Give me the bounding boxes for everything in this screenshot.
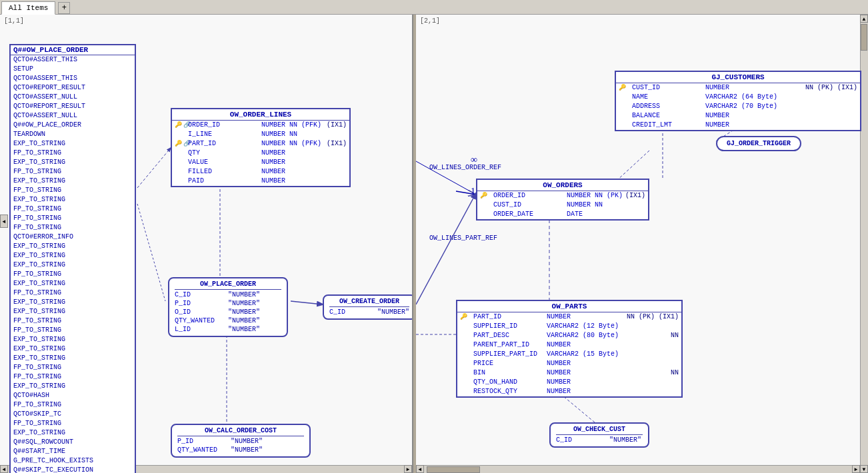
col-type: VARCHAR2 (80 Byte): [547, 331, 671, 340]
right-scroll-h-thumb[interactable]: [427, 466, 480, 473]
param-type: "NUMBER": [228, 316, 260, 325]
proc-list-item: FP_TO_STRING: [11, 223, 135, 233]
key-icon: 🔑: [175, 139, 182, 149]
col-name: CUST_ID: [632, 83, 705, 93]
col-name: PARENT_PART_ID: [473, 340, 547, 350]
col-name: VALUE: [188, 158, 261, 167]
tab-add-button[interactable]: +: [58, 2, 70, 14]
col-flags: NN (PK) (IX1): [805, 83, 857, 93]
global-scroll-down[interactable]: ▼: [860, 465, 868, 473]
proc-list-item: EXP_TO_STRING: [11, 298, 135, 307]
global-scroll-thumb[interactable]: [861, 24, 867, 51]
proc-param-row: QTY_WANTED"NUMBER": [175, 316, 281, 325]
proc-list-item: QCTO#ASSERT_NULL: [11, 111, 135, 121]
col-type: VARCHAR2 (64 Byte): [705, 93, 857, 102]
proc-list-item: EXP_TO_STRING: [11, 242, 135, 251]
col-icon: [460, 331, 473, 340]
table-row: BINNUMBERNN: [457, 368, 681, 378]
col-name: CUST_ID: [493, 201, 567, 210]
col-name: PRICE: [473, 359, 547, 368]
param-name: L_ID: [175, 325, 228, 334]
proc-param-row: O_ID"NUMBER": [175, 308, 281, 316]
right-scrollbar-h[interactable]: ◄ ►: [416, 465, 868, 473]
ow-order-lines-header: OW_ORDER_LINES: [172, 109, 349, 121]
vertical-resizer[interactable]: [413, 15, 416, 473]
col-type: VARCHAR2 (70 Byte): [705, 102, 857, 111]
proc-list-item: SETUP: [11, 65, 135, 74]
col-icon: [460, 350, 473, 359]
proc-list-item: EXP_TO_STRING: [11, 354, 135, 363]
col-type: VARCHAR2 (12 Byte): [547, 322, 679, 331]
right-scroll-right[interactable]: ►: [852, 465, 860, 473]
right-scroll-left[interactable]: ◄: [416, 465, 424, 473]
col-icon: [460, 340, 473, 350]
svg-text:1: 1: [471, 187, 475, 197]
proc-list-item: QCTO#ERROR_INFO: [11, 233, 135, 242]
col-icon: [460, 387, 473, 396]
ow-calc-order-cost-params: P_ID"NUMBER"QTY_WANTED"NUMBER": [177, 437, 304, 454]
ow-check-cust-box: OW_CHECK_CUST C_ID"NUMBER": [549, 422, 649, 448]
collapse-arrow[interactable]: ◄: [0, 215, 8, 228]
proc-list-item: QCTO#SKIP_TC: [11, 410, 135, 419]
ow-place-order-box: OW_PLACE_ORDER C_ID"NUMBER"P_ID"NUMBER"O…: [168, 277, 288, 337]
col-type: NUMBER: [547, 387, 679, 396]
col-name: QTY: [188, 149, 261, 158]
col-flags: NN: [671, 331, 679, 340]
proc-list-item: FP_TO_STRING: [11, 326, 135, 335]
param-name: P_ID: [175, 299, 228, 308]
global-scroll-up[interactable]: ▲: [860, 15, 868, 23]
col-name: I_LINE: [188, 130, 261, 139]
col-icon: 🔑: [480, 191, 493, 201]
col-type: NUMBER: [547, 340, 679, 350]
col-name: ORDER_ID: [188, 121, 261, 130]
col-icon: 🔑🔗: [175, 139, 188, 149]
proc-list-item: QCTO#ASSERT_THIS: [11, 55, 135, 65]
table-row: 🔑CUST_IDNUMBERNN (PK) (IX1): [616, 83, 860, 93]
param-name: QTY_WANTED: [177, 446, 231, 454]
scroll-left-arrow[interactable]: ◄: [0, 465, 8, 473]
table-row: 🔑🔗PART_IDNUMBER NN (PFK)(IX1): [172, 139, 349, 149]
ow-order-lines-rows: 🔑🔗ORDER_IDNUMBER NN (PFK)(IX1)I_LINENUMB…: [172, 121, 349, 186]
col-flags: (IX1): [625, 191, 645, 201]
proc-list-item: QCTO#ASSERT_NULL: [11, 93, 135, 102]
table-row: PART_DESCVARCHAR2 (80 Byte)NN: [457, 331, 681, 340]
gj-customers-header: GJ_CUSTOMERS: [616, 72, 860, 83]
col-icon: 🔑🔗: [175, 121, 188, 130]
proc-list-item: FP_TO_STRING: [11, 149, 135, 158]
param-name: C_ID: [175, 290, 228, 299]
col-type: NUMBER NN (PFK): [261, 139, 327, 149]
table-row: 🔑PART_IDNUMBERNN (PK) (IX1): [457, 312, 681, 322]
ow-place-order-title: OW_PLACE_ORDER: [175, 280, 281, 290]
col-name: PAID: [188, 177, 261, 186]
proc-list-item: EXP_TO_STRING: [11, 382, 135, 391]
key-icon: 🔑: [619, 83, 626, 93]
proc-list-header: Q##OW_PLACE_ORDER: [11, 45, 135, 55]
svg-line-6: [616, 151, 649, 181]
col-type: NUMBER: [705, 83, 805, 93]
col-icon: [460, 368, 473, 378]
col-icon: [460, 378, 473, 387]
col-icon: [619, 93, 632, 102]
proc-list-item: QCTO#REPORT_RESULT: [11, 102, 135, 111]
right-panel: [2,1] GJ_CUSTOMERS 🔑CUST_IDNUMBERNN (PK)…: [416, 15, 868, 473]
table-row: NAMEVARCHAR2 (64 Byte): [616, 93, 860, 102]
proc-list-item: FP_TO_STRING: [11, 186, 135, 195]
proc-list-item: FP_TO_STRING: [11, 270, 135, 279]
col-name: SUPPLIER_PART_ID: [473, 350, 547, 359]
gj-order-trigger-box: GJ_ORDER_TRIGGER: [716, 136, 801, 151]
proc-param-row: C_ID"NUMBER": [175, 290, 281, 299]
col-type: NUMBER: [705, 111, 857, 121]
col-icon: [480, 201, 493, 210]
col-type: NUMBER: [547, 368, 671, 378]
param-type: "NUMBER": [231, 437, 263, 446]
scroll-right-arrow[interactable]: ►: [404, 465, 412, 473]
col-flags: (IX1): [327, 139, 347, 149]
tab-all-items[interactable]: All Items: [1, 1, 55, 15]
col-icon: [619, 121, 632, 130]
col-icon: [619, 111, 632, 121]
gj-customers-table: GJ_CUSTOMERS 🔑CUST_IDNUMBERNN (PK) (IX1)…: [615, 71, 861, 131]
table-row: ADDRESSVARCHAR2 (70 Byte): [616, 102, 860, 111]
param-type: "NUMBER": [609, 436, 641, 444]
proc-list-item: EXP_TO_STRING: [11, 279, 135, 288]
col-icon: [460, 322, 473, 331]
